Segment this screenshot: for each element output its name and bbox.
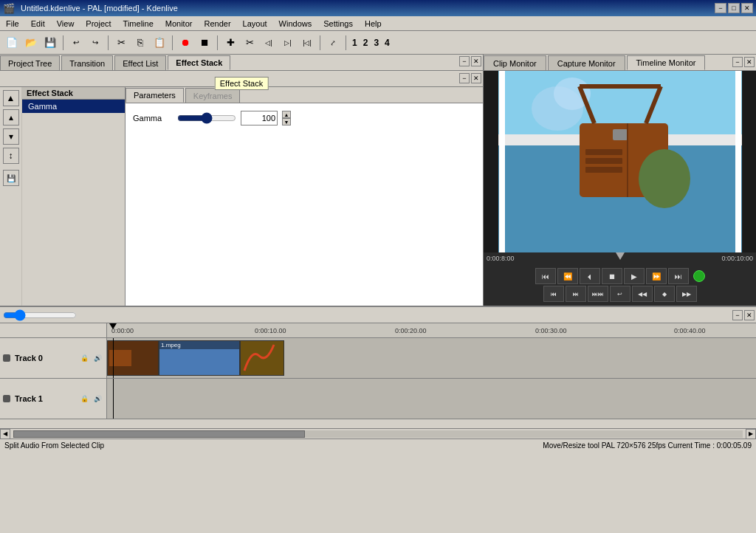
clip-1mpeg[interactable]: 1.mpeg bbox=[159, 340, 240, 376]
ctrl-rewind[interactable]: ⏪ bbox=[557, 268, 578, 284]
menu-item-render[interactable]: Render bbox=[198, 18, 236, 30]
float-label: Effect Stack bbox=[215, 77, 269, 90]
ctrl-mark-zone[interactable]: ◆ bbox=[654, 286, 675, 302]
save-button[interactable]: 💾 bbox=[41, 34, 59, 52]
menu-item-timeline[interactable]: Timeline bbox=[117, 18, 159, 30]
effect-up2-button[interactable]: ▴ bbox=[3, 109, 19, 125]
time-4: 0:00:40.00 bbox=[674, 327, 706, 334]
gamma-slider[interactable] bbox=[177, 112, 236, 124]
record-button[interactable]: ⏺ bbox=[176, 34, 194, 52]
new-button[interactable]: 📄 bbox=[3, 34, 21, 52]
menu-item-project[interactable]: Project bbox=[80, 18, 117, 30]
menu-item-help[interactable]: Help bbox=[359, 18, 388, 30]
tab-timeline-monitor[interactable]: Timeline Monitor bbox=[627, 55, 706, 70]
ctrl-step-back[interactable]: ⏴ bbox=[580, 268, 600, 284]
razor-tool-button[interactable]: ✂ bbox=[241, 34, 258, 52]
redo-button[interactable]: ↪ bbox=[86, 34, 104, 52]
close-button[interactable]: ✕ bbox=[741, 3, 753, 13]
ctrl-record[interactable] bbox=[693, 270, 705, 282]
ctrl-goto-end[interactable]: ⏭ bbox=[668, 268, 689, 284]
track-0-lock[interactable]: 🔒 bbox=[78, 352, 90, 364]
menu-item-view[interactable]: View bbox=[51, 18, 80, 30]
params-tab-keyframes[interactable]: Keyframes bbox=[185, 88, 241, 103]
inner-expand[interactable]: − bbox=[459, 73, 470, 83]
ctrl-mark-in[interactable]: ⏮ bbox=[543, 286, 564, 302]
timeline-zoom-slider[interactable] bbox=[3, 309, 77, 321]
params-tab-parameters[interactable]: Parameters bbox=[126, 88, 184, 103]
minimize-button[interactable]: − bbox=[715, 3, 726, 13]
timeline-close[interactable]: ✕ bbox=[744, 310, 755, 320]
track-0-content[interactable]: GAMMA 1.mpeg bbox=[107, 338, 756, 378]
tab-project-tree[interactable]: Project Tree bbox=[0, 55, 60, 70]
ctrl-mark-out[interactable]: ⏭ bbox=[566, 286, 586, 302]
num-4[interactable]: 4 bbox=[382, 38, 392, 48]
track-1-content[interactable] bbox=[107, 379, 756, 419]
timeline-expand[interactable]: − bbox=[732, 310, 743, 320]
scroll-thumb[interactable] bbox=[13, 430, 305, 438]
scroll-track[interactable] bbox=[13, 430, 743, 438]
ruler-track-label-spacer bbox=[0, 323, 107, 337]
paste-button[interactable]: 📋 bbox=[151, 34, 168, 52]
cut-button[interactable]: ✂ bbox=[112, 34, 130, 52]
open-button[interactable]: 📂 bbox=[22, 34, 40, 52]
ctrl-next-zone[interactable]: ▶▶ bbox=[676, 286, 697, 302]
track-0-audio[interactable]: 🔊 bbox=[92, 352, 103, 364]
inner-close[interactable]: ✕ bbox=[471, 73, 481, 83]
monitor-close[interactable]: ✕ bbox=[744, 57, 755, 67]
ctrl-play[interactable]: ▶ bbox=[624, 268, 645, 284]
tab-transition[interactable]: Transition bbox=[61, 55, 113, 70]
menu-item-file[interactable]: File bbox=[0, 18, 25, 30]
tab-clip-monitor[interactable]: Clip Monitor bbox=[484, 55, 546, 70]
menu-item-settings[interactable]: Settings bbox=[317, 18, 359, 30]
scroll-left-btn[interactable]: ◀ bbox=[0, 429, 10, 439]
track-1-cursor-line bbox=[113, 379, 114, 419]
scroll-right-btn[interactable]: ▶ bbox=[746, 429, 756, 439]
menu-item-windows[interactable]: Windows bbox=[273, 18, 318, 30]
ruler-time-right: 0:00:10:00 bbox=[721, 255, 753, 262]
effect-down2-button[interactable]: ↕ bbox=[3, 148, 19, 164]
extract-button[interactable]: ⤤ bbox=[324, 34, 342, 52]
num-1[interactable]: 1 bbox=[350, 38, 360, 48]
copy-button[interactable]: ⎘ bbox=[131, 34, 149, 52]
undo-button[interactable]: ↩ bbox=[67, 34, 85, 52]
tab-effect-list[interactable]: Effect List bbox=[114, 55, 166, 70]
maximize-button[interactable]: □ bbox=[728, 3, 740, 13]
clip-gamma[interactable]: GAMMA bbox=[107, 340, 159, 376]
menu-item-layout[interactable]: Layout bbox=[237, 18, 273, 30]
num-2[interactable]: 2 bbox=[361, 38, 371, 48]
effect-up-button[interactable]: ▲ bbox=[3, 90, 19, 106]
tool3-button[interactable]: ◁| bbox=[260, 34, 278, 52]
tab-effect-stack[interactable]: Effect Stack bbox=[168, 55, 230, 70]
stop-record-button[interactable]: ⏹ bbox=[196, 34, 213, 52]
effect-save-button[interactable]: 💾 bbox=[3, 170, 19, 186]
menu-item-edit[interactable]: Edit bbox=[25, 18, 51, 30]
track-0-icons: 🔒 🔊 bbox=[78, 352, 103, 364]
effect-down-button[interactable]: ▾ bbox=[3, 128, 19, 145]
time-1: 0:00:10.00 bbox=[255, 327, 286, 334]
tab-bar-expand[interactable]: − bbox=[459, 56, 470, 66]
gamma-spin-down[interactable]: ▼ bbox=[282, 118, 291, 125]
select-tool-button[interactable]: ✚ bbox=[221, 34, 239, 52]
tab-capture-monitor[interactable]: Capture Monitor bbox=[548, 55, 625, 70]
clip-3[interactable] bbox=[240, 340, 284, 376]
tool4-button[interactable]: ▷| bbox=[279, 34, 297, 52]
params-area: Parameters Keyframes Gamma 100 ▲ ▼ bbox=[126, 87, 483, 306]
ctrl-stop[interactable]: ⏹ bbox=[602, 268, 622, 284]
ctrl-goto-start[interactable]: ⏮ bbox=[535, 268, 556, 284]
track-1-audio[interactable]: 🔊 bbox=[92, 393, 103, 405]
num-3[interactable]: 3 bbox=[371, 38, 381, 48]
menu-item-monitor[interactable]: Monitor bbox=[159, 18, 199, 30]
toolbar: 📄 📂 💾 ↩ ↪ ✂ ⎘ 📋 ⏺ ⏹ ✚ ✂ ◁| ▷| |◁| ⤤ 1 2 … bbox=[0, 31, 756, 55]
ctrl-prev-zone[interactable]: ◀◀ bbox=[632, 286, 653, 302]
gamma-spin-up[interactable]: ▲ bbox=[282, 111, 291, 118]
monitor-expand[interactable]: − bbox=[732, 57, 743, 67]
ctrl-step-forward[interactable]: ⏩ bbox=[646, 268, 667, 284]
left-panel: Project Tree Transition Effect List Effe… bbox=[0, 55, 484, 306]
tab-bar-close[interactable]: ✕ bbox=[471, 56, 481, 66]
ctrl-loop[interactable]: ↩ bbox=[610, 286, 630, 302]
ctrl-next-clip[interactable]: ⏭⏭ bbox=[588, 286, 608, 302]
effect-item-gamma[interactable]: Gamma bbox=[22, 100, 125, 113]
track-1-lock[interactable]: 🔒 bbox=[78, 393, 90, 405]
tool5-button[interactable]: |◁| bbox=[298, 34, 316, 52]
left-tab-bar: Project Tree Transition Effect List Effe… bbox=[0, 55, 483, 71]
